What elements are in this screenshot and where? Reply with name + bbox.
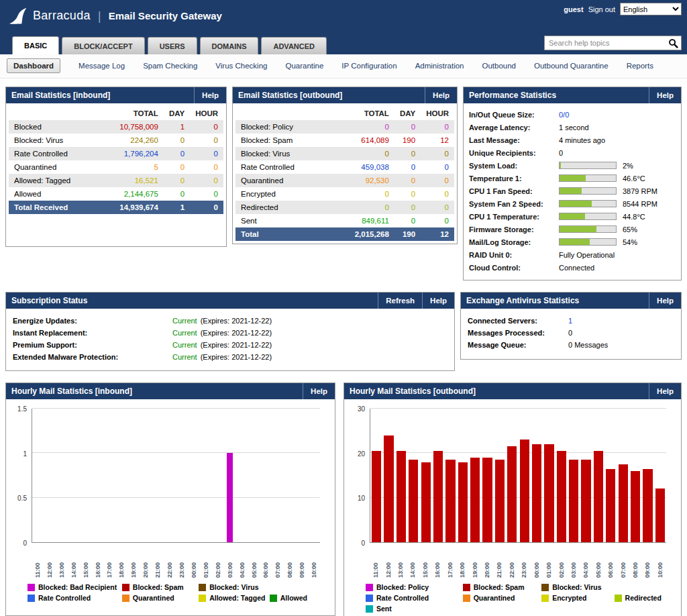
subnav-outbound[interactable]: Outbound [482, 62, 517, 70]
meter-bar [559, 174, 617, 182]
stats-row-allowed: Allowed2,144,67500 [9, 187, 223, 201]
hourly-inbound-chart: 00.511.5 11:0012:0013:0014:0015:0016:001… [6, 399, 335, 615]
subnav-outbound-quarantine[interactable]: Outbound Quarantine [534, 62, 609, 70]
x-tick: 04:00 [236, 544, 248, 578]
panel-email-statistics-outbound: Email Statistics [outbound] Help TOTALDA… [232, 87, 458, 244]
help-button[interactable]: Help [649, 87, 681, 103]
bar-slot [407, 409, 419, 542]
language-select[interactable]: English [620, 3, 682, 15]
subnav-quarantine[interactable]: Quarantine [285, 62, 323, 70]
legend-swatch [463, 584, 470, 591]
row-total: 459,038 [331, 160, 394, 174]
tab-basic[interactable]: BASIC [12, 36, 59, 54]
help-button[interactable]: Help [649, 293, 681, 309]
row-day: 0 [164, 160, 190, 174]
meter-bar [559, 200, 617, 207]
stats-row-encrypted: Encrypted000 [235, 187, 454, 201]
perf-row-cpu-1-temperature: CPU 1 Temperature:44.8°C [469, 210, 676, 223]
perf-label: CPU 1 Temperature: [469, 211, 559, 222]
tab-users[interactable]: USERS [148, 37, 197, 54]
search-input[interactable] [544, 36, 682, 50]
x-tick-label: 15:00 [83, 544, 89, 578]
help-button[interactable]: Help [425, 87, 457, 103]
chart-legend: Blocked: PolicyBlocked: SpamBlocked: Vir… [350, 578, 676, 616]
x-tick: 16:00 [92, 544, 104, 578]
stats-total-row: Total Received14,939,67410 [9, 201, 223, 214]
bar-14:00 [409, 460, 418, 542]
search-icon[interactable] [668, 38, 678, 51]
bar-slot [260, 409, 272, 542]
panel-performance-statistics: Performance Statistics Help In/Out Queue… [463, 87, 682, 280]
sign-out-link[interactable]: Sign out [588, 5, 615, 13]
tab-domains[interactable]: DOMAINS [200, 37, 259, 54]
help-button[interactable]: Help [194, 87, 226, 103]
bar-slot [481, 409, 493, 542]
subnav-administration[interactable]: Administration [415, 62, 464, 70]
bar-18:00 [458, 462, 468, 542]
exchange-value[interactable]: 1 [568, 316, 572, 326]
x-tick-label: 14:00 [70, 544, 77, 578]
bar-slot [629, 409, 641, 542]
row-total: 0 [331, 147, 394, 160]
help-button[interactable]: Help [422, 293, 454, 309]
legend-swatch [122, 595, 129, 602]
refresh-button[interactable]: Refresh [378, 293, 422, 309]
legend-label: Quarantined [133, 594, 174, 602]
row-total: 5 [101, 160, 164, 174]
y-tick-label: 30 [358, 405, 365, 413]
x-tick: 01:00 [543, 544, 555, 578]
tab-block-accept[interactable]: BLOCK/ACCEPT [62, 37, 144, 54]
subnav-reports[interactable]: Reports [627, 62, 653, 70]
subscription-status: Current [172, 328, 197, 338]
exchange-row-connected-servers: Connected Servers:1 [468, 315, 674, 327]
legend-item-redirected: Redirected [615, 594, 669, 602]
help-button[interactable]: Help [649, 383, 681, 399]
subnav-message-log[interactable]: Message Log [78, 62, 125, 70]
row-day: 0 [394, 201, 421, 214]
y-tick-label: 0 [23, 540, 27, 547]
tab-advanced[interactable]: ADVANCED [261, 37, 327, 54]
row-hour: 12 [421, 134, 454, 147]
subscription-status: Current [172, 316, 197, 326]
legend-swatch [463, 595, 470, 602]
row-label: Quarantined [9, 160, 101, 174]
bar-03:00 [569, 460, 578, 542]
perf-row-average-latency: Average Latency:1 second [469, 121, 676, 134]
exchange-value: 0 [568, 328, 572, 338]
row-day: 0 [394, 187, 421, 201]
help-button[interactable]: Help [303, 383, 335, 399]
row-day: 190 [394, 134, 421, 147]
bars-layer [370, 409, 666, 542]
help-search [544, 36, 682, 50]
x-tick: 17:00 [444, 544, 456, 578]
x-tick: 20:00 [140, 544, 152, 578]
bar-slot [140, 409, 152, 542]
x-tick-label: 01:00 [545, 544, 552, 578]
stats-header-row: TOTALDAYHOUR [9, 106, 223, 120]
subscription-status: Current [172, 352, 197, 362]
x-tick-label: 16:00 [95, 544, 101, 578]
x-tick-label: 19:00 [130, 544, 137, 578]
perf-label: Last Message: [469, 135, 559, 146]
subnav-spam-checking[interactable]: Spam Checking [143, 62, 197, 70]
subscription-label: Premium Support: [13, 340, 172, 350]
x-tick: 16:00 [431, 544, 443, 578]
x-tick: 18:00 [115, 544, 127, 578]
legend-label: Encrypted [552, 594, 586, 602]
x-tick: 20:00 [481, 544, 493, 578]
subnav-ip-configuration[interactable]: IP Configuration [341, 62, 397, 70]
bar-slot [568, 409, 580, 542]
legend-item-encrypted: Encrypted [541, 594, 614, 602]
bar-05:00 [594, 451, 603, 542]
subnav-dashboard[interactable]: Dashboard [7, 58, 60, 73]
bar-slot [444, 409, 456, 542]
column-header-day: DAY [394, 106, 421, 120]
legend-label: Blocked: Bad Recipient [38, 583, 117, 591]
subnav-virus-checking[interactable]: Virus Checking [215, 62, 267, 70]
perf-value[interactable]: 0/0 [559, 109, 569, 120]
x-tick-label: 00:00 [533, 544, 540, 578]
bar-07:00 [619, 464, 628, 542]
perf-label: RAID Unit 0: [469, 250, 559, 260]
x-tick: 21:00 [152, 544, 164, 578]
legend-item-sent: Sent [366, 605, 463, 613]
